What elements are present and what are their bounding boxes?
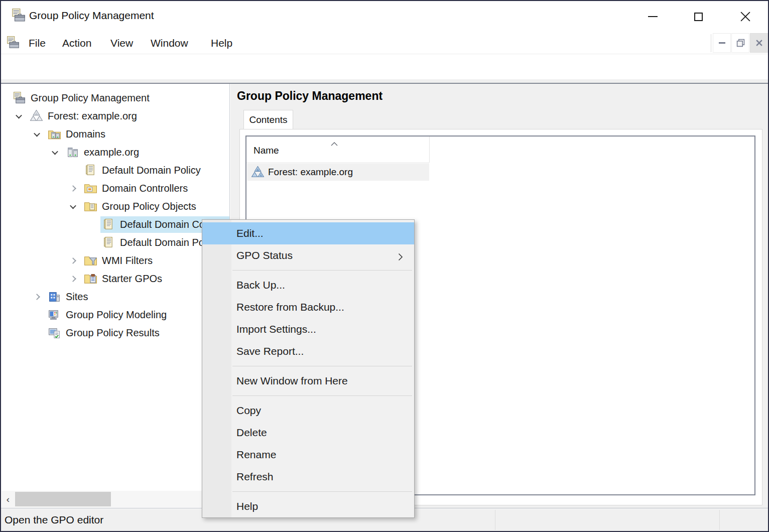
chevron-down-icon[interactable] — [11, 114, 26, 118]
menu-help[interactable]: Help — [208, 32, 235, 54]
menu-bar: File Action View Window Help — [1, 32, 768, 54]
group-policy-results-icon — [48, 326, 61, 340]
gpm-app-icon — [13, 91, 26, 105]
console-tree: Group Policy Management Forest: example.… — [1, 89, 230, 342]
tree-item-group-policy-objects[interactable]: Group Policy Objects — [1, 197, 230, 215]
toolbar-lower-strip — [1, 79, 768, 83]
menu-view[interactable]: View — [107, 32, 136, 54]
chevron-down-icon[interactable] — [47, 150, 62, 155]
context-menu-separator — [202, 362, 414, 370]
mdi-minimize-button[interactable] — [713, 33, 731, 53]
sort-ascending-icon — [331, 139, 338, 148]
tab-contents[interactable]: Contents — [243, 110, 293, 129]
title-bar: Group Policy Management — [1, 1, 768, 31]
scrollbar-thumb[interactable] — [15, 492, 111, 506]
context-menu-import-settings[interactable]: Import Settings... — [202, 318, 414, 340]
context-menu-save-report[interactable]: Save Report... — [202, 340, 414, 362]
gpo-scroll-icon — [102, 218, 115, 231]
group-policy-modeling-icon — [48, 308, 61, 322]
tree-item-label: example.org — [84, 147, 139, 158]
wmi-filters-folder-icon — [84, 254, 97, 268]
table-cell-name: Forest: example.org — [268, 167, 353, 178]
mdi-close-icon — [755, 39, 763, 47]
context-menu-refresh[interactable]: Refresh — [202, 466, 414, 488]
tree-item-domain-example-org[interactable]: example.org — [1, 143, 230, 161]
gpmc-window: Group Policy Management File Action View… — [0, 0, 769, 532]
close-button[interactable] — [735, 6, 756, 27]
horizontal-scrollbar[interactable]: ‹ — [2, 491, 229, 507]
menu-file[interactable]: File — [26, 32, 49, 54]
gpmc-app-icon — [11, 8, 26, 25]
mdi-restore-button[interactable] — [731, 33, 749, 53]
minimize-button[interactable] — [642, 6, 663, 27]
context-menu-separator — [202, 392, 414, 400]
table-row-forest[interactable]: Forest: example.org — [247, 164, 429, 181]
column-header-name[interactable]: Name — [246, 137, 429, 163]
status-bar-divider — [719, 510, 720, 530]
forest-icon — [30, 109, 43, 123]
tree-item-label: Starter GPOs — [102, 273, 162, 285]
domain-icon — [66, 146, 79, 159]
header-underline — [246, 163, 429, 163]
gpmc-app-icon-small — [6, 35, 20, 52]
context-menu-new-window-from-here[interactable]: New Window from Here — [202, 370, 414, 392]
console-tree-pane: Group Policy Management Forest: example.… — [1, 84, 230, 508]
menu-window[interactable]: Window — [148, 32, 191, 54]
tree-item-domains[interactable]: Domains — [1, 125, 230, 143]
submenu-arrow-icon — [398, 251, 403, 263]
mdi-restore-icon — [736, 39, 745, 47]
context-menu-gpo-status[interactable]: GPO Status — [202, 244, 414, 267]
sites-icon — [48, 290, 61, 304]
context-menu-edit[interactable]: Edit... — [202, 222, 414, 244]
minimize-icon — [648, 16, 658, 17]
context-menu-separator — [202, 488, 414, 495]
context-menu-rename[interactable]: Rename — [202, 444, 414, 466]
tree-item-group-policy-management[interactable]: Group Policy Management — [1, 89, 230, 107]
context-menu-restore-from-backup[interactable]: Restore from Backup... — [202, 296, 414, 318]
tree-item-label: WMI Filters — [102, 255, 153, 267]
context-menu-delete[interactable]: Delete — [202, 422, 414, 444]
tree-item-label: Domain Controllers — [102, 183, 188, 194]
tree-item-group-policy-modeling[interactable]: Group Policy Modeling — [1, 306, 230, 324]
tree-item-group-policy-results[interactable]: Group Policy Results — [1, 324, 230, 342]
window-title: Group Policy Management — [29, 10, 154, 22]
domains-icon — [48, 127, 61, 141]
maximize-icon — [694, 13, 703, 21]
tree-item-label: Domains — [66, 128, 105, 140]
gpo-folder-icon — [84, 200, 97, 213]
gpo-scroll-icon — [84, 164, 97, 177]
menu-action[interactable]: Action — [59, 32, 94, 54]
tree-item-wmi-filters[interactable]: WMI Filters — [1, 251, 230, 270]
status-bar-divider — [495, 510, 495, 530]
tree-item-forest[interactable]: Forest: example.org — [1, 107, 230, 125]
results-pane-title: Group Policy Management — [237, 89, 382, 103]
tree-item-sites[interactable]: Sites — [1, 288, 230, 306]
mdi-separator — [711, 34, 711, 52]
scroll-left-arrow-icon[interactable]: ‹ — [2, 491, 15, 507]
tree-item-default-domain-controllers-policy[interactable]: Default Domain Controllers Policy — [1, 215, 230, 233]
context-menu-copy[interactable]: Copy — [202, 400, 414, 422]
chevron-right-icon[interactable] — [29, 295, 44, 299]
maximize-button[interactable] — [688, 6, 709, 27]
mdi-minimize-icon — [719, 42, 725, 44]
chevron-right-icon[interactable] — [65, 186, 80, 191]
tree-item-label: Sites — [66, 291, 88, 303]
column-divider[interactable] — [429, 137, 430, 163]
tree-item-label: Group Policy Modeling — [66, 309, 167, 321]
close-icon — [740, 12, 750, 22]
chevron-down-icon[interactable] — [65, 204, 80, 209]
tree-item-label: Group Policy Management — [31, 92, 150, 104]
tree-item-starter-gpos[interactable]: Starter GPOs — [1, 270, 230, 288]
tree-item-default-domain-policy-gpo[interactable]: Default Domain Policy — [1, 233, 230, 251]
chevron-right-icon[interactable] — [65, 258, 80, 263]
tree-item-label: Forest: example.org — [48, 110, 137, 122]
chevron-right-icon[interactable] — [65, 277, 80, 281]
tree-item-domain-controllers[interactable]: Domain Controllers — [1, 179, 230, 197]
chevron-down-icon[interactable] — [29, 132, 44, 137]
context-menu-help[interactable]: Help — [202, 495, 414, 517]
mdi-close-button[interactable] — [750, 33, 768, 53]
status-text: Open the GPO editor — [5, 514, 103, 526]
context-menu-back-up[interactable]: Back Up... — [202, 274, 414, 296]
domain-controllers-folder-icon — [84, 182, 97, 195]
tree-item-default-domain-policy-link[interactable]: Default Domain Policy — [1, 161, 230, 179]
